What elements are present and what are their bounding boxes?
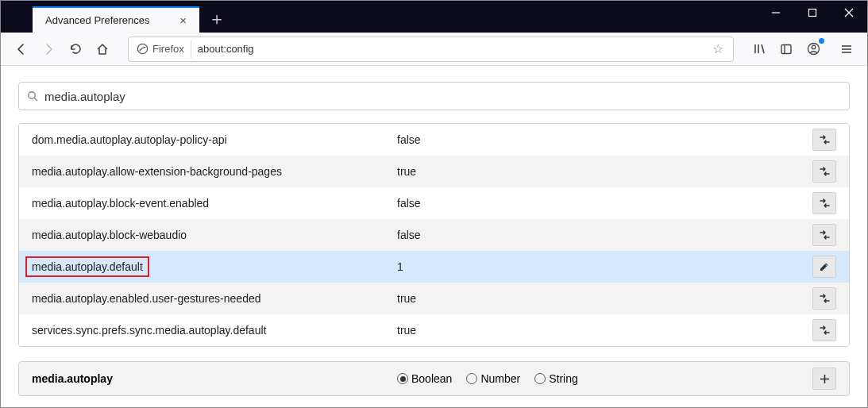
account-button[interactable] bbox=[800, 37, 826, 62]
pref-list: dom.media.autoplay.autoplay-policy-apifa… bbox=[18, 123, 850, 347]
toggle-button[interactable] bbox=[812, 192, 836, 214]
pref-value: true bbox=[397, 292, 812, 305]
tab-title: Advanced Preferences bbox=[45, 14, 176, 26]
close-tab-icon[interactable]: × bbox=[176, 12, 190, 29]
new-tab-button[interactable]: ＋ bbox=[206, 8, 228, 30]
pref-name: dom.media.autoplay.autoplay-policy-api bbox=[32, 133, 397, 146]
pref-row[interactable]: media.autoplay.enabled.user-gestures-nee… bbox=[19, 283, 849, 314]
add-pref-row: media.autoplay BooleanNumberString bbox=[18, 361, 850, 396]
svg-line-16 bbox=[35, 98, 38, 102]
pref-value: true bbox=[397, 165, 812, 178]
pref-name: media.autoplay.block-event.enabled bbox=[32, 197, 397, 210]
radio-label: String bbox=[549, 372, 578, 385]
pref-search-input[interactable] bbox=[44, 90, 841, 103]
reload-button[interactable] bbox=[63, 37, 88, 62]
window-controls bbox=[758, 1, 867, 25]
about-config-content: dom.media.autoplay.autoplay-policy-apifa… bbox=[1, 66, 867, 407]
search-icon bbox=[27, 90, 38, 102]
svg-rect-8 bbox=[781, 44, 791, 53]
pref-name: media.autoplay.allow-extension-backgroun… bbox=[32, 165, 397, 178]
type-radio-number[interactable]: Number bbox=[466, 372, 520, 385]
toggle-button[interactable] bbox=[812, 319, 836, 341]
url-bar[interactable]: Firefox ☆ bbox=[128, 37, 734, 62]
svg-point-11 bbox=[812, 45, 816, 49]
url-input[interactable] bbox=[191, 43, 708, 55]
pref-name: services.sync.prefs.sync.media.autoplay.… bbox=[32, 324, 397, 337]
pref-row[interactable]: media.autoplay.default1 bbox=[19, 251, 849, 283]
svg-point-15 bbox=[29, 92, 36, 99]
toggle-button[interactable] bbox=[812, 224, 836, 246]
pref-name: media.autoplay.default bbox=[32, 256, 397, 277]
back-button[interactable] bbox=[9, 37, 34, 62]
minimize-button[interactable] bbox=[758, 1, 794, 25]
svg-rect-1 bbox=[809, 10, 816, 17]
pref-row[interactable]: services.sync.prefs.sync.media.autoplay.… bbox=[19, 314, 849, 346]
maximize-button[interactable] bbox=[794, 1, 831, 25]
toggle-button[interactable] bbox=[812, 160, 836, 183]
firefox-logo-icon bbox=[137, 43, 149, 55]
pref-row[interactable]: media.autoplay.block-webaudiofalse bbox=[19, 219, 849, 251]
pref-row[interactable]: dom.media.autoplay.autoplay-policy-apifa… bbox=[19, 124, 849, 156]
svg-point-4 bbox=[137, 44, 147, 53]
bookmark-star-icon[interactable]: ☆ bbox=[708, 41, 728, 56]
pref-value: 1 bbox=[397, 260, 812, 273]
add-button[interactable] bbox=[812, 368, 836, 390]
library-button[interactable] bbox=[746, 37, 772, 62]
pref-search-row bbox=[18, 82, 850, 110]
svg-line-7 bbox=[762, 44, 764, 53]
identity-label: Firefox bbox=[152, 43, 184, 55]
navigation-toolbar: Firefox ☆ bbox=[1, 33, 867, 66]
identity-box[interactable]: Firefox bbox=[133, 40, 191, 58]
pref-value: true bbox=[397, 324, 812, 337]
type-radio-group: BooleanNumberString bbox=[397, 372, 812, 385]
window-titlebar: Advanced Preferences × ＋ bbox=[1, 1, 867, 33]
radio-circle-icon bbox=[397, 373, 408, 384]
type-radio-boolean[interactable]: Boolean bbox=[397, 372, 452, 385]
pref-value: false bbox=[397, 197, 812, 210]
radio-circle-icon bbox=[466, 373, 477, 384]
edit-button[interactable] bbox=[812, 256, 836, 278]
sidebar-button[interactable] bbox=[773, 37, 799, 62]
home-button[interactable] bbox=[90, 37, 115, 62]
pref-row[interactable]: media.autoplay.allow-extension-backgroun… bbox=[19, 156, 849, 187]
pref-name: media.autoplay.enabled.user-gestures-nee… bbox=[32, 292, 397, 305]
pref-name: media.autoplay.block-webaudio bbox=[32, 229, 397, 241]
close-window-button[interactable] bbox=[831, 1, 867, 25]
radio-label: Boolean bbox=[411, 372, 452, 385]
forward-button[interactable] bbox=[36, 37, 61, 62]
radio-label: Number bbox=[480, 372, 520, 385]
pref-value: false bbox=[397, 229, 812, 241]
toggle-button[interactable] bbox=[812, 287, 836, 310]
radio-circle-icon bbox=[534, 373, 546, 384]
menu-button[interactable] bbox=[834, 37, 859, 62]
pref-row[interactable]: media.autoplay.block-event.enabledfalse bbox=[19, 187, 849, 219]
toggle-button[interactable] bbox=[812, 129, 836, 151]
browser-tab[interactable]: Advanced Preferences × bbox=[33, 6, 199, 33]
pref-value: false bbox=[397, 133, 812, 146]
add-pref-name: media.autoplay bbox=[32, 372, 397, 385]
type-radio-string[interactable]: String bbox=[534, 372, 578, 385]
